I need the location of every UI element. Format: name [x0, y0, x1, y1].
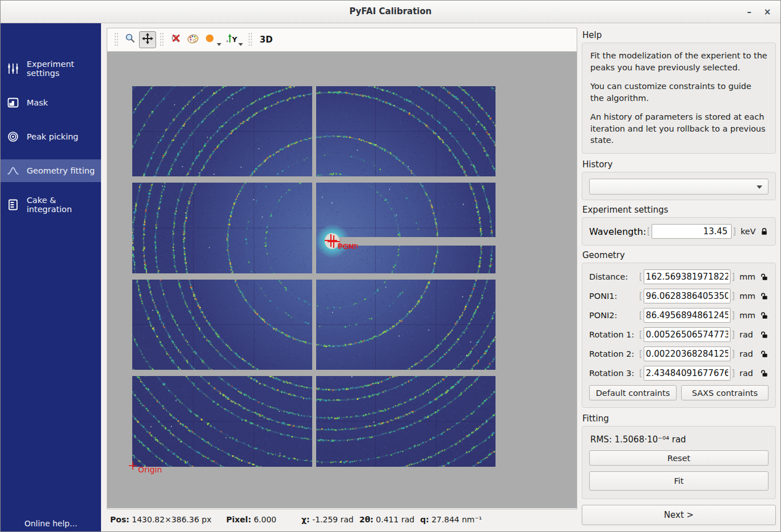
experiment-settings-section-title: Experiment settings: [582, 205, 776, 215]
distance-label: Distance:: [589, 272, 638, 281]
poni1-input[interactable]: [644, 289, 730, 303]
wavelength-label: Wavelength:: [589, 226, 646, 237]
constraint-bracket: [: [638, 330, 644, 340]
sidebar-item-label: Peak picking: [27, 132, 78, 141]
saxs-constraints-button[interactable]: SAXS contraints: [681, 385, 769, 400]
rotation3-unit: rad: [740, 369, 753, 378]
peak-picking-icon: [6, 130, 20, 143]
rotation1-label: Rotation 1:: [589, 330, 638, 339]
history-box: [582, 172, 776, 200]
sidebar-item-label: Experiment settings: [27, 60, 101, 78]
help-section-title: Help: [582, 30, 776, 40]
geometry-section-title: Geometry: [582, 250, 776, 260]
zoom-icon: [124, 32, 137, 47]
geometry-box: Distance: [ ] mm PONI1: [ ] mm: [582, 263, 776, 408]
status-q: q: 27.844 nm⁻¹: [420, 515, 482, 524]
chevron-down-icon: [238, 43, 243, 46]
sidebar-item-mask[interactable]: Mask: [1, 91, 101, 114]
peak-curve-icon: [6, 164, 20, 178]
rotation2-input[interactable]: [644, 347, 730, 361]
history-dropdown[interactable]: [589, 179, 769, 195]
sidebar-item-label: Geometry fitting: [27, 166, 95, 175]
geometry-row-rotation1: Rotation 1: [ ] rad: [589, 327, 769, 342]
rotation3-input[interactable]: [644, 366, 730, 381]
close-button[interactable]: ×: [760, 5, 775, 19]
constraint-bracket: [: [638, 291, 644, 301]
sidebar-item-peak-picking[interactable]: Peak picking: [1, 125, 101, 148]
lock-open-icon[interactable]: [760, 311, 769, 320]
status-chi: χ: -1.259 rad: [301, 515, 354, 524]
app-window: PyFAI Calibration – × Experiment setting…: [0, 0, 781, 532]
sidebar-item-label: Cake & integration: [27, 196, 101, 214]
constraint-bracket: ]: [730, 349, 736, 359]
lock-open-icon[interactable]: [760, 273, 769, 281]
reset-button[interactable]: Reset: [589, 450, 769, 466]
constraint-bracket: ]: [730, 291, 736, 301]
plot-toolbar: a Y 3D: [107, 28, 577, 52]
geometry-row-poni2: PONI2: [ ] mm: [589, 308, 769, 323]
sidebar-item-cake-integration[interactable]: Cake & integration: [1, 193, 101, 216]
distance-unit: mm: [740, 272, 755, 281]
geometry-row-distance: Distance: [ ] mm: [589, 269, 769, 284]
lock-open-icon[interactable]: [760, 292, 769, 301]
zoom-reset-icon: [170, 32, 182, 47]
online-help-link[interactable]: Online help...: [1, 519, 101, 528]
lock-open-icon[interactable]: [760, 369, 769, 378]
poni2-input[interactable]: [644, 308, 730, 323]
rotation1-input[interactable]: [644, 327, 730, 342]
next-button[interactable]: Next >: [582, 505, 776, 525]
constraint-bracket: ]: [730, 272, 736, 282]
toolbar-grip: [114, 32, 119, 47]
lock-closed-icon[interactable]: [760, 227, 769, 236]
colormap-button[interactable]: [184, 31, 201, 48]
default-constraints-button[interactable]: Default contraints: [589, 385, 677, 400]
constraint-buttons-row: Default contraints SAXS contraints: [589, 385, 769, 400]
sidebar-item-experiment-settings[interactable]: Experiment settings: [1, 57, 101, 80]
help-paragraph: Fit the modelization of the experient to…: [590, 50, 767, 73]
geometry-row-rotation2: Rotation 2: [ ] rad: [589, 347, 769, 361]
constraint-bracket: ]: [730, 368, 736, 378]
help-paragraph: You can customize constraints to guide t…: [590, 81, 767, 104]
plot-widget: a Y 3D: [107, 28, 577, 509]
sliders-icon: [6, 62, 20, 75]
constraint-bracket: [: [646, 226, 652, 237]
colormap-icon: [187, 32, 199, 47]
poni1-unit: mm: [740, 292, 755, 301]
help-box: Fit the modelization of the experient to…: [582, 43, 776, 154]
marker-color-button[interactable]: [201, 31, 219, 48]
rms-value: RMS: 1.5068·10⁻⁰⁴ rad: [590, 434, 769, 445]
sidebar: Experiment settings Mask: [1, 23, 101, 532]
wavelength-input[interactable]: [652, 224, 732, 239]
pan-icon: [141, 32, 154, 47]
zoom-reset-button[interactable]: [167, 31, 184, 48]
constraint-bracket: ]: [732, 226, 737, 237]
status-pixel-value: Pixel: 6.000: [226, 515, 277, 524]
sidebar-item-label: Mask: [27, 98, 48, 107]
chevron-down-icon: [757, 185, 762, 189]
fit-button[interactable]: Fit: [589, 471, 769, 491]
sidebar-item-geometry-fitting[interactable]: Geometry fitting: [1, 159, 101, 182]
cake-integration-icon: [6, 198, 20, 212]
diffraction-canvas[interactable]: [107, 52, 577, 508]
svg-text:Y: Y: [232, 36, 237, 44]
sidebar-nav: Experiment settings Mask: [1, 23, 101, 216]
geometry-row-poni1: PONI1: [ ] mm: [589, 289, 769, 303]
zoom-mode-button[interactable]: [122, 31, 139, 48]
3d-view-button[interactable]: 3D: [256, 31, 276, 48]
poni2-unit: mm: [740, 311, 755, 320]
constraint-bracket: [: [638, 272, 644, 282]
constraint-bracket: ]: [730, 330, 736, 340]
poni2-label: PONI2:: [589, 311, 638, 320]
rotation1-unit: rad: [740, 330, 753, 339]
lock-open-icon[interactable]: [760, 350, 769, 358]
y-axis-orientation-button[interactable]: a Y: [223, 31, 240, 48]
pan-mode-button[interactable]: [139, 31, 156, 48]
toolbar-grip: [159, 32, 164, 47]
y-axis-orientation-icon: a Y: [225, 32, 238, 47]
distance-input[interactable]: [644, 269, 730, 284]
rotation3-label: Rotation 3:: [589, 369, 638, 378]
minimize-button[interactable]: –: [742, 5, 757, 19]
status-bar: Pos: 1430.82×386.36 px Pixel: 6.000 χ: -…: [107, 509, 577, 530]
lock-open-icon[interactable]: [760, 331, 769, 339]
constraint-bracket: [: [638, 368, 644, 378]
